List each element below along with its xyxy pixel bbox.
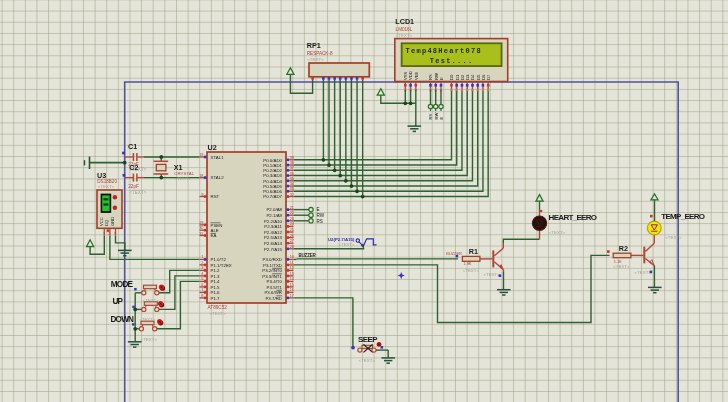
svg-text:P3.4/T0: P3.4/T0 [267, 279, 283, 284]
svg-text:10: 10 [290, 254, 295, 259]
svg-text:3: 3 [201, 265, 203, 270]
svg-text:P0.6/AD6: P0.6/AD6 [263, 189, 282, 194]
svg-text:17: 17 [290, 293, 294, 298]
svg-text:P3.1/TXD: P3.1/TXD [263, 263, 282, 268]
svg-text:14: 14 [290, 276, 295, 281]
svg-text:<TEXT>: <TEXT> [665, 235, 682, 240]
svg-text:<TEXT>: <TEXT> [396, 33, 413, 38]
svg-text:R1: R1 [469, 247, 478, 256]
svg-text:MODE: MODE [111, 280, 134, 289]
svg-text:R2: R2 [619, 244, 628, 253]
svg-text:12: 12 [290, 265, 294, 270]
svg-text:P1.5: P1.5 [211, 285, 221, 290]
svg-text:30: 30 [199, 225, 204, 230]
svg-text:DQ: DQ [104, 219, 109, 226]
svg-text:RW: RW [434, 73, 439, 80]
svg-text:E: E [439, 117, 444, 120]
svg-text:<TEXT>: <TEXT> [359, 358, 376, 363]
svg-text:<TEXT>: <TEXT> [484, 272, 501, 277]
svg-text:<TEXT>: <TEXT> [98, 184, 115, 189]
svg-text:U2: U2 [208, 143, 217, 152]
svg-text:VEE: VEE [414, 71, 419, 80]
svg-text:<TEXT>: <TEXT> [635, 270, 652, 275]
svg-text:37: 37 [290, 165, 294, 170]
svg-text:4: 4 [201, 271, 204, 276]
svg-text:C1: C1 [128, 142, 137, 151]
svg-text:6: 6 [201, 282, 203, 287]
svg-text:EA: EA [211, 233, 217, 238]
svg-text:D0: D0 [449, 74, 454, 80]
svg-text:8: 8 [201, 293, 203, 298]
svg-text:Temp48Heart078: Temp48Heart078 [406, 47, 482, 55]
svg-text:33: 33 [290, 186, 294, 191]
svg-text:<TEXT>: <TEXT> [549, 230, 566, 235]
svg-text:VCC: VCC [99, 217, 104, 226]
svg-text:E: E [439, 77, 444, 80]
svg-text:7: 7 [201, 287, 203, 292]
svg-text:GND: GND [110, 217, 115, 226]
svg-text:<TEXT>: <TEXT> [129, 190, 146, 195]
svg-text:P1.0/T2: P1.0/T2 [211, 257, 227, 262]
svg-text:P2.3/A11: P2.3/A11 [264, 224, 282, 229]
svg-text:P2.7/A15: P2.7/A15 [264, 247, 283, 252]
svg-text:SEEP: SEEP [358, 335, 378, 344]
svg-text:25: 25 [290, 227, 294, 232]
svg-text:LCD1: LCD1 [395, 17, 414, 26]
svg-text:15: 15 [290, 282, 294, 287]
svg-text:22: 22 [290, 210, 294, 215]
svg-text:<TEXT>: <TEXT> [143, 298, 159, 303]
svg-text:P0.1/AD1: P0.1/AD1 [263, 163, 282, 168]
svg-text:P2.2/A10: P2.2/A10 [264, 219, 283, 224]
svg-text:31: 31 [199, 231, 203, 236]
svg-text:P0.5/AD5: P0.5/AD5 [263, 184, 282, 189]
svg-text:P1.3: P1.3 [211, 274, 221, 279]
svg-text:RST: RST [211, 194, 220, 199]
svg-text:32: 32 [290, 192, 294, 197]
svg-text:D5: D5 [476, 74, 481, 80]
svg-text:AT89C52: AT89C52 [208, 305, 228, 310]
svg-text:24: 24 [290, 221, 295, 226]
svg-text:P2.5/A13: P2.5/A13 [264, 235, 283, 240]
svg-text:D4: D4 [470, 74, 475, 80]
svg-text:16: 16 [290, 287, 294, 292]
svg-text:P3.7/RD: P3.7/RD [265, 296, 282, 301]
svg-text:P3.2/INT0: P3.2/INT0 [262, 268, 282, 273]
svg-text:RESPACK-8: RESPACK-8 [307, 51, 333, 56]
svg-text:P2.1/A9: P2.1/A9 [266, 213, 282, 218]
svg-text:C2: C2 [129, 163, 138, 172]
svg-text:P0.2/AD2: P0.2/AD2 [263, 168, 282, 173]
svg-text:RS: RS [317, 219, 323, 224]
svg-text:34: 34 [290, 181, 295, 186]
svg-text:1: 1 [201, 254, 203, 259]
svg-text:22pF: 22pF [128, 184, 139, 189]
svg-text:38: 38 [290, 160, 294, 165]
svg-text:2: 2 [201, 260, 203, 265]
svg-text:D6: D6 [481, 74, 486, 80]
svg-text:RW: RW [317, 213, 325, 218]
svg-text:P1.7: P1.7 [211, 296, 221, 301]
svg-text:E: E [317, 207, 320, 212]
svg-text:5: 5 [201, 276, 203, 281]
svg-text:P2.6/A14: P2.6/A14 [264, 241, 283, 246]
svg-text:P3.6/WR: P3.6/WR [264, 290, 282, 295]
svg-text:D1: D1 [455, 74, 460, 80]
svg-text:BUZZER: BUZZER [299, 253, 317, 258]
svg-text:HEART_EERO: HEART_EERO [549, 213, 597, 222]
svg-text:Test....: Test.... [430, 57, 474, 65]
svg-text:P2.0/A8: P2.0/A8 [266, 207, 282, 212]
svg-text:PSEN: PSEN [211, 223, 223, 228]
svg-text:D3: D3 [465, 74, 470, 80]
svg-text:P2.4/A12: P2.4/A12 [264, 230, 283, 235]
svg-text:19: 19 [199, 152, 203, 157]
svg-text:<TEXT>: <TEXT> [463, 268, 480, 273]
svg-text:D7: D7 [486, 74, 491, 80]
svg-text:UP: UP [113, 297, 124, 306]
svg-text:9: 9 [201, 192, 203, 197]
svg-text:<TEXT>: <TEXT> [140, 317, 156, 322]
svg-text:P3.3/INT1: P3.3/INT1 [262, 274, 282, 279]
svg-text:BUZZER: BUZZER [446, 251, 462, 256]
svg-text:35: 35 [290, 176, 294, 181]
svg-text:P1.2: P1.2 [211, 268, 221, 273]
svg-text:P1.6: P1.6 [211, 290, 221, 295]
svg-text:RP1: RP1 [307, 41, 321, 50]
